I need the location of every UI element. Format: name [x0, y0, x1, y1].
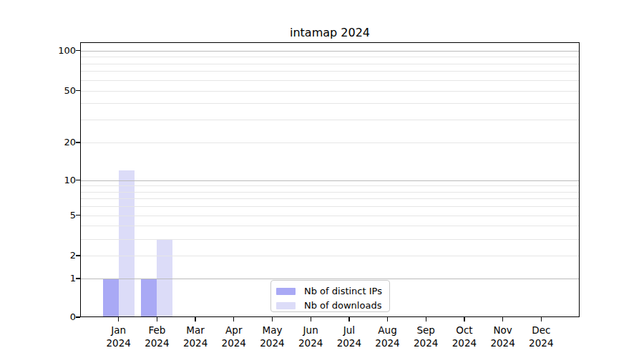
gridline-minor: [80, 185, 580, 186]
legend: Nb of distinct IPs Nb of downloads: [270, 280, 390, 312]
legend-item-downloads: Nb of downloads: [271, 301, 389, 311]
chart-title: intamap 2024: [80, 26, 580, 39]
x-tick-month: Dec: [512, 324, 570, 337]
gridline-minor: [80, 239, 580, 240]
x-tick: [464, 317, 464, 321]
legend-label-distinct-ips: Nb of distinct IPs: [304, 286, 382, 296]
legend-swatch-downloads: [276, 302, 296, 309]
x-tick: [541, 317, 542, 321]
x-tick: [118, 317, 119, 321]
x-tick: [387, 317, 388, 321]
gridline-minor: [80, 80, 580, 81]
x-tick: [311, 317, 311, 321]
gridline-minor: [80, 192, 580, 193]
plot-area: [80, 42, 580, 317]
gridline-minor: [80, 206, 580, 207]
gridline-minor: [80, 91, 580, 92]
gridline-minor: [80, 71, 580, 72]
legend-item-distinct-ips: Nb of distinct IPs: [271, 286, 389, 296]
x-tick: [233, 317, 234, 321]
x-tick-label: Dec2024: [512, 324, 570, 349]
x-tick: [348, 317, 349, 321]
y-tick-label: 5: [21, 211, 76, 221]
gridline-major: [80, 180, 580, 181]
y-tick-label: 0: [21, 312, 76, 322]
gridline-major: [80, 51, 580, 52]
gridline-minor: [80, 142, 580, 143]
legend-label-downloads: Nb of downloads: [304, 301, 381, 311]
x-tick: [502, 317, 503, 321]
gridline-major: [80, 279, 580, 279]
y-tick-label: 100: [21, 46, 76, 56]
x-tick-year: 2024: [512, 337, 570, 349]
gridline-minor: [80, 198, 580, 199]
x-tick: [272, 317, 273, 321]
y-tick-label: 2: [21, 251, 76, 261]
y-tick-label: 50: [21, 86, 76, 96]
legend-swatch-distinct-ips: [276, 288, 296, 295]
gridline-minor: [80, 216, 580, 216]
bar-distinct-ips: [141, 279, 157, 317]
gridline-minor: [80, 103, 580, 104]
figure: intamap 2024 0125102050100Jan2024Feb2024…: [0, 0, 644, 358]
gridline-minor: [80, 256, 580, 256]
x-tick: [426, 317, 426, 321]
y-tick-label: 20: [21, 137, 76, 147]
x-tick: [157, 317, 157, 321]
y-tick-label: 10: [21, 175, 76, 185]
y-tick-label: 1: [21, 274, 76, 284]
gridline-minor: [80, 226, 580, 226]
gridline-minor: [80, 57, 580, 57]
gridline-minor: [80, 64, 580, 64]
gridline-minor: [80, 120, 580, 120]
bar-distinct-ips: [103, 279, 119, 317]
x-tick: [195, 317, 195, 321]
y-tick: [76, 316, 80, 317]
